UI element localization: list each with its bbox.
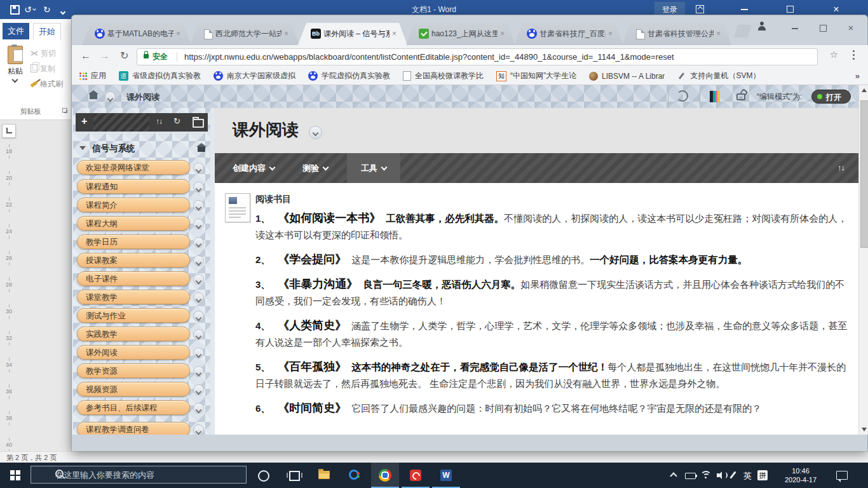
tab-close-icon[interactable]: × — [284, 29, 288, 39]
item-options-icon[interactable] — [193, 200, 204, 211]
item-options-icon[interactable] — [193, 292, 204, 303]
item-options-icon[interactable] — [193, 182, 204, 193]
pen-icon[interactable] — [729, 471, 736, 478]
tab-stop-selector[interactable] — [2, 124, 16, 138]
browser-tab[interactable]: 基于MATLAB的电子 × — [82, 23, 191, 45]
ime-indicator[interactable]: 拼 — [757, 470, 768, 480]
sidebar-item[interactable]: 授课教案 — [77, 253, 190, 268]
sidebar-item[interactable]: 课程教学调查问卷 — [77, 422, 190, 435]
item-options-icon[interactable] — [193, 311, 204, 322]
add-menu-item-icon[interactable]: + — [81, 116, 87, 127]
clock[interactable]: 10:46 2020-4-17 — [776, 466, 825, 484]
tab-close-icon[interactable]: × — [716, 29, 721, 39]
assessments-button[interactable]: 测验 — [302, 153, 328, 183]
unlock-icon[interactable]: 0 — [736, 93, 745, 100]
chrome-menu-icon[interactable] — [853, 50, 855, 52]
item-options-icon[interactable] — [193, 255, 204, 266]
bookmark-item[interactable]: 全国高校微课教学比 — [403, 71, 484, 81]
address-bar[interactable]: 安全 https://jxpt.nwnu.edu.cn/webapps/blac… — [137, 48, 818, 65]
sidebar-item[interactable]: 电子课件 — [77, 271, 190, 286]
sidebar-item[interactable]: 课程大纲 — [77, 216, 190, 231]
paste-dropdown-icon[interactable] — [12, 77, 18, 83]
reload-icon[interactable]: ↻ — [120, 50, 128, 62]
bookmark-item[interactable]: 南京大学国家级虚拟 — [214, 71, 295, 81]
action-center-icon[interactable] — [836, 471, 848, 480]
sidebar-item[interactable]: 测试与作业 — [77, 308, 190, 323]
item-options-icon[interactable] — [193, 403, 204, 414]
course-title[interactable]: 信号与系统 — [92, 143, 135, 154]
wifi-icon[interactable] — [700, 471, 712, 480]
item-options-icon[interactable] — [193, 366, 204, 377]
drag-handle[interactable] — [93, 113, 149, 132]
tab-close-icon[interactable]: × — [500, 29, 505, 39]
start-button[interactable] — [0, 463, 31, 488]
bookmarks-overflow-icon[interactable]: » — [855, 71, 860, 81]
browser-app-button[interactable] — [341, 463, 369, 488]
browser-tab[interactable]: hao123_上网从这里 × — [406, 23, 515, 45]
tools-button[interactable]: 工具 — [347, 153, 400, 183]
page-scrollbar[interactable] — [858, 85, 868, 435]
sidebar-item[interactable]: 实践教学 — [77, 327, 190, 341]
refresh-icon[interactable]: ↻ — [173, 116, 180, 126]
sidebar-item[interactable]: 课程简介 — [77, 198, 190, 212]
folder-view-icon[interactable] — [193, 119, 204, 128]
item-options-icon[interactable] — [193, 329, 204, 340]
browser-tab-active[interactable]: Bb 课外阅读 – 信号与系 × — [298, 23, 407, 45]
profile-avatar-icon[interactable] — [757, 22, 766, 31]
course-home-icon[interactable] — [198, 147, 205, 152]
battery-icon[interactable] — [685, 473, 696, 479]
forward-icon[interactable]: → — [100, 50, 110, 62]
scrollbar-thumb[interactable] — [860, 100, 868, 248]
copy-button[interactable]: 复制 — [31, 64, 55, 74]
bookmark-item[interactable]: 支持向量机（SVM） — [677, 71, 760, 81]
word-tab-home[interactable]: 开始 — [33, 23, 61, 40]
scroll-up-icon[interactable] — [862, 88, 867, 92]
tab-close-icon[interactable]: × — [176, 29, 180, 39]
taskbar-search[interactable]: 在这里输入你要搜索的内容 — [31, 466, 247, 484]
sidebar-item[interactable]: 教学日历 — [77, 234, 190, 249]
bookmark-star-icon[interactable]: ☆ — [830, 49, 838, 60]
cut-button[interactable]: 剪切 — [31, 48, 56, 59]
format-painter-button[interactable]: 格式刷 — [31, 79, 63, 90]
theme-palette-icon[interactable] — [710, 91, 720, 102]
volume-icon[interactable] — [717, 471, 727, 479]
item-options-icon[interactable] — [193, 274, 204, 285]
file-explorer-button[interactable] — [310, 463, 338, 488]
bookmark-item[interactable]: 知 “中国知网”大学生论 — [496, 71, 576, 81]
content-item-title[interactable]: 阅读书目 — [255, 194, 291, 205]
create-content-button[interactable]: 创建内容 — [233, 153, 275, 183]
sidebar-item[interactable]: 课程通知 — [77, 179, 190, 194]
sidebar-item[interactable]: 参考书目、后续课程 — [77, 400, 190, 415]
breadcrumb-expand-button[interactable] — [105, 92, 116, 102]
tab-close-icon[interactable]: × — [392, 29, 397, 39]
bookmark-item[interactable]: 学院虚拟仿真实验教 — [308, 71, 390, 81]
word-tab-file[interactable]: 文件 — [3, 23, 29, 39]
sidebar-item[interactable]: 教学资源 — [77, 363, 190, 378]
item-options-icon[interactable] — [193, 219, 204, 229]
paste-button[interactable]: 粘贴 — [3, 66, 28, 77]
bookmark-item[interactable]: LIBSVM -- A Librar — [589, 72, 665, 81]
sidebar-item[interactable]: 课堂教学 — [77, 290, 190, 304]
sidebar-item[interactable]: 欢迎登录网络课堂 — [77, 160, 190, 175]
back-icon[interactable]: ← — [81, 50, 91, 62]
scroll-down-icon[interactable] — [862, 428, 867, 431]
bookmark-item[interactable]: 道 省级虚拟仿真实验教 — [119, 71, 201, 81]
item-options-icon[interactable] — [193, 348, 204, 358]
browser-tab[interactable]: 甘肃省科技厅_百度搜 × — [514, 23, 623, 45]
sidebar-item[interactable]: 视频资源 — [77, 382, 190, 396]
url-text[interactable]: https://jxpt.nwnu.edu.cn/webapps/blackbo… — [184, 51, 812, 62]
home-icon[interactable] — [90, 94, 97, 99]
cortana-button[interactable] — [249, 463, 277, 488]
browser-tab[interactable]: 甘肃省科技管理公共 × — [622, 23, 731, 45]
apps-shortcut[interactable]: 应用 — [79, 71, 106, 81]
breadcrumb[interactable]: 课外阅读 — [126, 92, 159, 103]
netease-music-button[interactable] — [402, 463, 430, 488]
chrome-maximize-button[interactable] — [810, 19, 836, 37]
item-options-icon[interactable] — [193, 237, 204, 248]
clipboard-dialog-launcher-icon[interactable] — [62, 108, 67, 113]
new-tab-button[interactable] — [734, 25, 752, 37]
collapse-icon[interactable] — [79, 146, 86, 150]
item-options-icon[interactable] — [193, 163, 204, 173]
student-preview-icon[interactable] — [677, 90, 688, 102]
edit-mode-toggle[interactable]: 打开 — [811, 90, 851, 104]
